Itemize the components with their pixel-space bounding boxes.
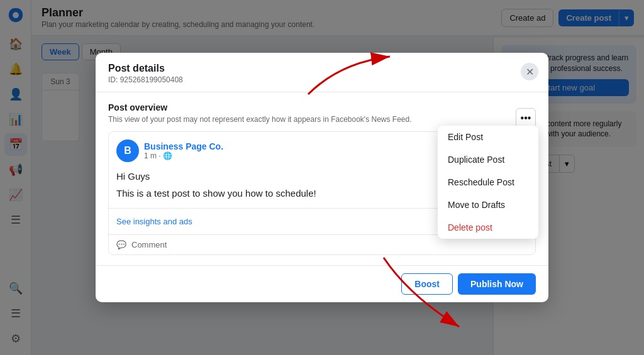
- dropdown-duplicate-post[interactable]: Duplicate Post: [438, 148, 538, 171]
- see-insights-link[interactable]: See insights and ads: [116, 217, 192, 226]
- section-subtitle: This view of your post may not represent…: [108, 115, 536, 124]
- post-details-modal: Post details ID: 925268199050408 ✕ ••• P…: [96, 53, 548, 302]
- modal-overlay: Post details ID: 925268199050408 ✕ ••• P…: [0, 0, 644, 355]
- dropdown-delete-post[interactable]: Delete post: [438, 216, 538, 239]
- avatar: B: [116, 139, 139, 162]
- post-meta: 1 m · 🌐: [144, 151, 223, 160]
- page-name: Business Page Co.: [144, 141, 223, 151]
- boost-footer-button[interactable]: Boost: [401, 273, 453, 295]
- modal-footer: Boost Publish Now: [96, 265, 548, 302]
- section-title: Post overview: [108, 102, 536, 112]
- modal-header: Post details ID: 925268199050408: [96, 53, 548, 92]
- comment-label: Comment: [131, 240, 167, 249]
- dropdown-move-to-drafts[interactable]: Move to Drafts: [438, 194, 538, 216]
- comment-icon: 💬: [116, 240, 126, 249]
- dropdown-menu: Edit Post Duplicate Post Reschedule Post…: [438, 126, 538, 239]
- ellipsis-icon: •••: [521, 112, 531, 124]
- publish-now-button[interactable]: Publish Now: [458, 273, 536, 295]
- dropdown-edit-post[interactable]: Edit Post: [438, 126, 538, 148]
- post-author-info: Business Page Co. 1 m · 🌐: [144, 141, 223, 160]
- modal-id: ID: 925268199050408: [108, 75, 536, 84]
- modal-title: Post details: [108, 63, 536, 74]
- modal-close-button[interactable]: ✕: [521, 63, 538, 80]
- post-author: B Business Page Co. 1 m · 🌐: [116, 139, 223, 162]
- dropdown-reschedule-post[interactable]: Reschedule Post: [438, 171, 538, 194]
